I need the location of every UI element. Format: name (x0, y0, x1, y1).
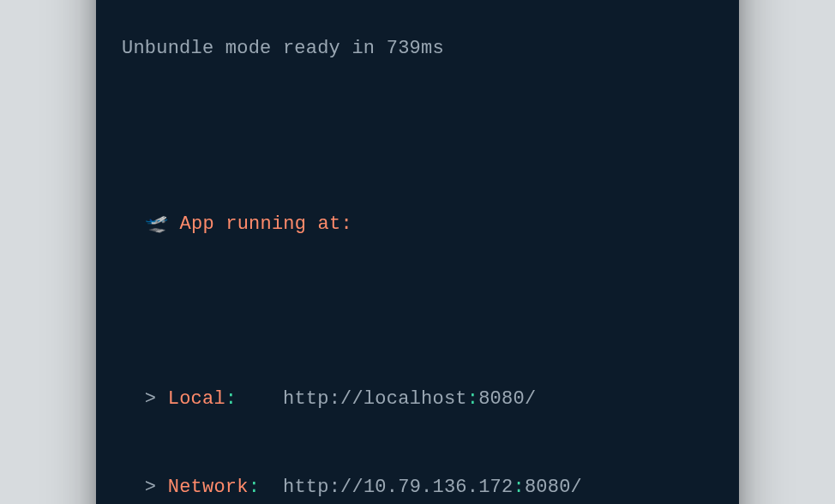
network-marker: > (145, 477, 168, 498)
airplane-icon: 🛫 (145, 213, 168, 235)
local-colon: : (225, 388, 237, 410)
local-spacing (237, 388, 283, 410)
network-url-suffix: / (571, 477, 582, 498)
ready-time: 739ms (387, 38, 444, 59)
local-line: > Local: http://localhost:8080/ (122, 385, 713, 414)
terminal-window: Unbundle mode ready in 739ms 🛫 App runni… (96, 0, 739, 504)
network-colon: : (249, 477, 260, 498)
local-label: Local (168, 388, 225, 410)
network-line: > Network: http://10.79.136.172:8080/ (122, 473, 713, 502)
local-marker: > (145, 388, 168, 410)
network-url-colon: : (513, 477, 524, 498)
terminal-output: Unbundle mode ready in 739ms 🛫 App runni… (122, 0, 713, 504)
local-url-suffix: / (525, 388, 536, 410)
network-url-prefix: http://10.79.136.172 (283, 477, 513, 498)
app-running-text: App running at: (180, 213, 352, 235)
network-label: Network (168, 477, 249, 498)
blank-line (122, 297, 713, 327)
ready-prefix: Unbundle mode ready in (122, 38, 387, 59)
local-url-prefix: http://localhost (283, 388, 467, 410)
blank-line (122, 123, 713, 152)
local-url-colon: : (467, 388, 478, 410)
app-running-line: 🛫 App running at: (122, 210, 713, 239)
local-url-port: 8080 (478, 388, 525, 410)
ready-line: Unbundle mode ready in 739ms (122, 34, 713, 63)
network-spacing (260, 477, 283, 498)
network-url-port: 8080 (525, 477, 571, 498)
